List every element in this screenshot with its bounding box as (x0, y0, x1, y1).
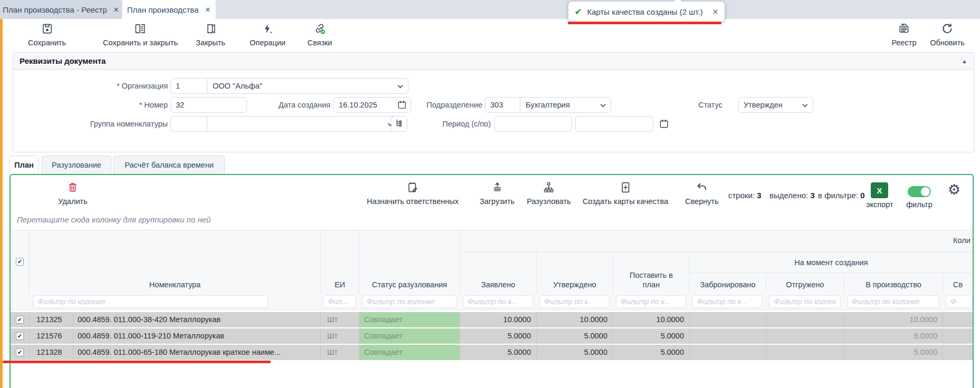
main-toolbar: Сохранить Сохранить и закрыть Закрыть Оп… (0, 19, 980, 52)
calendar-icon[interactable] (659, 118, 669, 130)
division-name: Бухгалтерия (520, 98, 611, 112)
filter-shipped[interactable] (769, 295, 841, 308)
row-checkbox[interactable]: ✔ (16, 332, 24, 340)
created-date-input[interactable]: 16.10.2025 (334, 97, 411, 113)
filter-declared[interactable] (463, 295, 533, 308)
select-all-checkbox[interactable]: ✔ (16, 258, 24, 266)
assign-responsible-button[interactable]: Назначить ответственных (367, 181, 459, 206)
row-in-production: 5.0000 (844, 328, 943, 344)
period-from-input[interactable] (494, 116, 572, 132)
filter-partial[interactable] (946, 295, 973, 308)
col-explosion-status[interactable]: Статус разузлования (359, 230, 460, 293)
filter-nomenclature[interactable] (33, 295, 268, 308)
row-to-plan: 5.0000 (613, 345, 689, 360)
organization-label: * Организация (13, 78, 168, 94)
operations-button[interactable]: Операции (250, 23, 286, 47)
links-button[interactable]: Связки (308, 23, 332, 47)
band-quantity: Коли (460, 230, 973, 253)
tab-time-balance[interactable]: Расчёт баланса времени (113, 156, 225, 174)
filter-in-production[interactable] (847, 295, 939, 308)
col-approved[interactable]: Утверждено (536, 253, 613, 293)
filter-to-plan[interactable] (616, 295, 686, 308)
excel-export-icon[interactable]: X (871, 182, 888, 198)
status-select[interactable]: Утвержден (738, 97, 813, 113)
load-button[interactable]: Загрузить (480, 181, 515, 206)
row-unit: Шт (320, 312, 359, 327)
nomen-group-label: Группа номенклатуры (13, 116, 168, 132)
row-id: 121576 (29, 328, 73, 344)
nomen-group-combo[interactable] (170, 116, 398, 132)
filter-approved[interactable] (539, 295, 610, 308)
save-button[interactable]: Сохранить (28, 23, 66, 47)
create-quality-cards-button[interactable]: Создать карты качества (583, 181, 668, 206)
row-partial (943, 345, 973, 360)
tab-plan[interactable]: План (9, 156, 39, 174)
col-in-production[interactable]: В производство (844, 273, 943, 293)
refresh-button[interactable]: Обновить (930, 23, 965, 47)
row-shipped (766, 328, 844, 344)
period-to-input[interactable] (575, 116, 653, 132)
save-icon (41, 23, 53, 36)
tab-explosion[interactable]: Разузлование (42, 156, 111, 174)
save-and-close-button[interactable]: Сохранить и закрыть (103, 23, 178, 47)
division-label: Подразделение (414, 97, 482, 113)
number-input[interactable] (170, 97, 247, 113)
close-icon[interactable]: ✕ (113, 6, 119, 14)
row-partial (943, 312, 973, 327)
explode-button[interactable]: Разузловать (527, 181, 570, 206)
accent-bar (0, 19, 3, 388)
row-declared: 5.0000 (460, 328, 536, 344)
chevron-down-icon[interactable] (601, 102, 606, 108)
requisites-header[interactable]: Реквизиты документа ▲ (13, 53, 974, 70)
filter-status[interactable] (362, 295, 457, 308)
registry-button[interactable]: Реестр (891, 23, 916, 47)
table-row[interactable]: ✔ 121325 000.4859. 011.000-38-420 Металл… (11, 312, 973, 327)
row-checkbox[interactable]: ✔ (16, 316, 24, 324)
table-row[interactable]: ✔ 121576 000.4859. 011.000-119-210 Метал… (11, 328, 973, 344)
row-to-plan: 10.0000 (613, 312, 689, 327)
organization-combo[interactable]: 1 ООО "Альфа" (170, 78, 408, 94)
col-partial[interactable]: Св (943, 273, 973, 293)
header-checkbox-cell: ✔ (11, 230, 29, 293)
filter-toggle[interactable] (908, 186, 931, 197)
check-icon: ✔ (17, 258, 22, 265)
delete-button[interactable]: Удалить (58, 181, 87, 206)
row-name: 000.4859. 011.000-65-180 Металлорукав кр… (73, 345, 320, 360)
col-declared[interactable]: Заявлено (460, 253, 536, 293)
row-reserved (689, 328, 766, 344)
gear-icon[interactable]: ⚙ (948, 181, 960, 198)
filter-unit[interactable] (323, 295, 356, 308)
selected-count: выделено: 3 (769, 191, 815, 200)
row-reserved (689, 345, 766, 360)
close-button[interactable]: Закрыть (196, 23, 225, 47)
col-shipped[interactable]: Отгружено (766, 273, 844, 293)
chevron-down-icon[interactable] (803, 102, 808, 108)
nomen-group-tree-button[interactable] (391, 116, 407, 132)
tab-plan-registry[interactable]: План производства - Реестр ✕ (0, 0, 122, 19)
filter-reserved[interactable] (692, 295, 763, 308)
col-to-plan[interactable]: Поставить в план (613, 253, 689, 293)
toast-close-icon[interactable]: ✕ (712, 8, 718, 16)
close-icon[interactable]: ✕ (205, 6, 211, 14)
collapse-rows-button[interactable]: Свернуть (685, 181, 719, 206)
period-label: Период (с/по) (430, 116, 491, 132)
row-in-production: 10.0000 (844, 312, 943, 327)
check-icon: ✔ (17, 312, 22, 327)
toast-notification: ✔ Карты качества созданы (2 шт.) ✕ (568, 2, 725, 22)
tree-icon (395, 119, 404, 130)
division-combo[interactable]: 303 Бухгалтерия (485, 97, 611, 113)
col-unit[interactable]: ЕИ (320, 230, 359, 293)
nomen-group-code (171, 117, 207, 131)
col-nomenclature[interactable]: Номенклатура (29, 230, 320, 293)
table-row[interactable]: ✔ 121328 000.4859. 011.000-65-180 Металл… (11, 345, 973, 360)
tab-plan-document[interactable]: План производства ✕ (122, 0, 216, 19)
collapse-icon[interactable]: ▲ (962, 58, 967, 64)
row-checkbox[interactable]: ✔ (16, 348, 24, 356)
band-at-creation: На момент создания (689, 253, 973, 273)
calendar-icon[interactable] (397, 100, 407, 111)
col-reserved[interactable]: Забронировано (689, 273, 766, 293)
row-shipped (766, 345, 844, 360)
created-date-label: Дата создания (251, 97, 330, 113)
chevron-down-icon[interactable] (398, 83, 403, 89)
section-title: Реквизиты документа (20, 56, 962, 65)
